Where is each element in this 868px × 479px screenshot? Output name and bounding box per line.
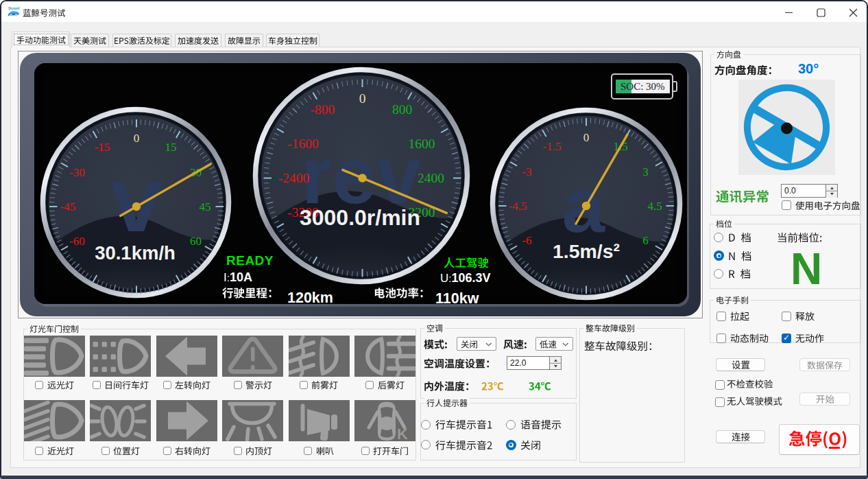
- svg-text:-800: -800: [310, 102, 335, 117]
- svg-text:-2400: -2400: [278, 171, 309, 185]
- svg-text:-60: -60: [69, 235, 85, 248]
- svg-text:4.5: 4.5: [647, 200, 662, 213]
- svg-text:-30: -30: [69, 166, 85, 179]
- svg-text:60: 60: [190, 235, 202, 248]
- svg-text:-6: -6: [522, 234, 531, 247]
- svg-text:-4.5: -4.5: [509, 200, 527, 213]
- svg-text:0: 0: [583, 131, 590, 144]
- svg-text:15: 15: [165, 141, 177, 154]
- svg-text:-15: -15: [95, 141, 110, 154]
- svg-text:2400: 2400: [418, 171, 444, 185]
- svg-text:-1.5: -1.5: [543, 140, 562, 153]
- svg-text:v: v: [110, 147, 162, 251]
- svg-text:6: 6: [642, 234, 649, 247]
- svg-text:800: 800: [391, 102, 411, 117]
- svg-text:0: 0: [359, 91, 365, 106]
- svg-text:3: 3: [642, 165, 649, 178]
- svg-text:-1600: -1600: [287, 137, 319, 151]
- svg-text:45: 45: [200, 200, 211, 213]
- svg-text:-45: -45: [60, 200, 76, 213]
- svg-text:K: K: [397, 425, 408, 441]
- svg-text:1600: 1600: [408, 137, 435, 151]
- svg-text:Skywell: Skywell: [8, 7, 20, 10]
- svg-text:-3: -3: [522, 165, 531, 178]
- svg-text:0: 0: [134, 132, 140, 145]
